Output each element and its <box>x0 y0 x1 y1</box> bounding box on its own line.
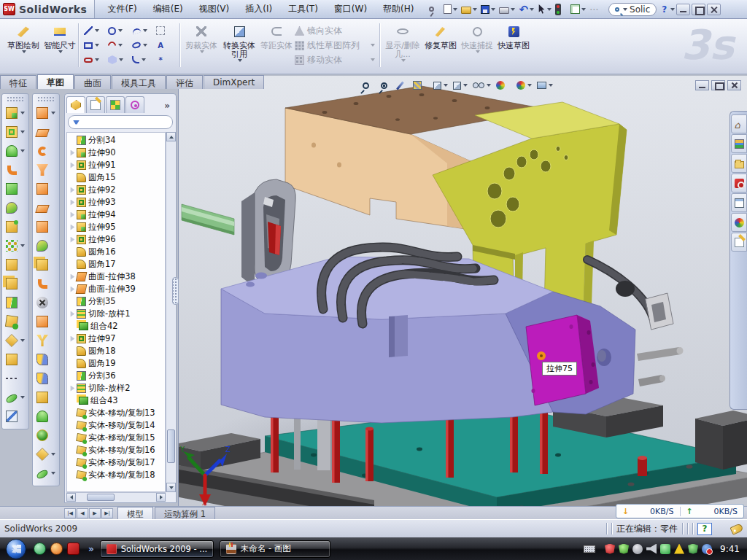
task-pane-tab[interactable] <box>731 213 747 232</box>
last-tab-button[interactable]: ▶| <box>101 508 113 518</box>
feature-tree-item[interactable]: 拉伸94 <box>69 209 165 221</box>
toolbar-button[interactable] <box>460 1 479 18</box>
dropdown-arrow-icon[interactable] <box>20 396 25 399</box>
toolbar-button[interactable] <box>2 160 28 179</box>
expand-arrow-icon[interactable] <box>69 163 75 168</box>
toolbar-button[interactable] <box>427 1 441 18</box>
dropdown-arrow-icon[interactable] <box>491 8 495 11</box>
sketch-entity-button[interactable] <box>130 28 154 34</box>
view-tool-button[interactable] <box>432 81 449 90</box>
toolbar-button[interactable] <box>2 217 28 236</box>
toolbar-button[interactable] <box>33 312 59 331</box>
menu-item[interactable]: 编辑(E) <box>145 3 191 15</box>
tag-icon[interactable] <box>729 523 743 535</box>
feature-tree-item[interactable]: 组合42 <box>69 320 165 332</box>
dropdown-arrow-icon[interactable] <box>463 84 468 87</box>
sketch-button[interactable]: 草图绘制 <box>6 22 41 69</box>
filter-box[interactable] <box>68 115 173 129</box>
expand-arrow-icon[interactable] <box>69 212 75 218</box>
expand-arrow-icon[interactable] <box>69 274 75 280</box>
toolbar-button[interactable] <box>33 236 59 255</box>
command-tab[interactable]: DimXpert <box>204 75 264 89</box>
view-tool-button[interactable] <box>535 81 554 90</box>
feature-tree-item[interactable]: 分割36 <box>69 370 165 382</box>
dropdown-arrow-icon[interactable] <box>118 29 123 32</box>
dropdown-arrow-icon[interactable] <box>51 472 55 475</box>
tree-horizontal-scrollbar[interactable] <box>66 492 166 502</box>
scrollbar-thumb[interactable] <box>87 494 115 501</box>
messenger-icon[interactable] <box>34 542 46 555</box>
dropdown-arrow-icon[interactable] <box>444 84 448 87</box>
view-tool-button[interactable] <box>471 82 492 89</box>
toolbar-button[interactable] <box>2 236 28 255</box>
sketch-entity-button[interactable] <box>106 27 130 35</box>
toolbar-button[interactable] <box>33 217 59 236</box>
toolbar-button[interactable]: ⋯ <box>588 1 605 18</box>
dropdown-arrow-icon[interactable] <box>453 8 457 11</box>
toolbar-button[interactable] <box>33 160 59 179</box>
command-tab[interactable]: 草图 <box>37 74 74 89</box>
guide-rods[interactable] <box>637 347 684 386</box>
toolbar-button[interactable] <box>2 274 28 293</box>
scroll-up-button[interactable] <box>166 132 176 141</box>
toolbar-button[interactable] <box>2 369 28 388</box>
feature-tree-item[interactable]: 曲面-拉伸39 <box>69 283 165 295</box>
scrollbar-thumb[interactable] <box>167 429 175 463</box>
display-delete-relations-button[interactable]: 显示/删除几... <box>384 22 422 69</box>
view-tool-button[interactable] <box>452 81 469 90</box>
toolbar-button[interactable] <box>2 407 28 426</box>
sketch-entity-button[interactable]: * <box>154 55 178 64</box>
search-box[interactable]: Solic <box>608 3 657 16</box>
sketch-entity-button[interactable] <box>130 56 154 63</box>
next-tab-button[interactable]: ▶ <box>89 508 101 518</box>
expand-arrow-icon[interactable] <box>69 200 75 206</box>
help-dropdown-icon[interactable] <box>670 8 675 11</box>
dropdown-arrow-icon[interactable] <box>473 8 477 11</box>
view-tool-button[interactable] <box>515 80 533 90</box>
feature-tree-item[interactable]: 拉伸92 <box>69 184 165 196</box>
task-pane-tab[interactable] <box>731 154 747 173</box>
quick-snaps-button[interactable]: 快速捕捉 <box>460 22 495 69</box>
feature-tree-item[interactable]: 实体-移动/复制17 <box>69 456 165 469</box>
sketch-entity-button[interactable] <box>130 42 154 48</box>
search-dropdown-icon[interactable] <box>623 8 627 11</box>
toolbar-button[interactable] <box>2 141 28 160</box>
dropdown-arrow-icon[interactable] <box>142 58 146 61</box>
dropdown-arrow-icon[interactable] <box>95 58 99 61</box>
start-button[interactable] <box>6 539 26 559</box>
toolbar-button[interactable] <box>2 388 28 407</box>
toolbar-button[interactable] <box>33 445 59 464</box>
update-gear-icon[interactable] <box>632 544 643 554</box>
toolbar-button[interactable] <box>33 369 59 388</box>
trim-entities-button[interactable]: 剪裁实体 <box>184 22 219 69</box>
sketch-entity-button[interactable] <box>106 55 130 64</box>
toolbar-button[interactable] <box>536 1 553 18</box>
clock[interactable]: 9:41 <box>720 544 740 554</box>
feature-tree-item[interactable]: 圆角16 <box>69 246 165 258</box>
feature-tree-item[interactable]: 圆角19 <box>69 357 165 370</box>
expand-arrow-icon[interactable] <box>69 287 75 292</box>
toolbar-button[interactable] <box>33 141 59 160</box>
menu-item[interactable]: 帮助(H) <box>375 3 422 15</box>
task-pane-tab[interactable] <box>731 174 747 192</box>
view-tool-button[interactable] <box>495 80 513 90</box>
toolbar-button[interactable] <box>33 179 59 198</box>
toolbar-button[interactable] <box>498 1 516 18</box>
dropdown-arrow-icon[interactable] <box>487 84 491 87</box>
mirror-entities-button[interactable]: 镜向实体 <box>295 23 375 38</box>
dropdown-arrow-icon[interactable] <box>581 8 586 11</box>
toolbar-button[interactable] <box>33 274 59 293</box>
smart-dimension-button[interactable]: 智能尺寸 <box>42 22 77 69</box>
offset-entities-button[interactable]: 等距实体 <box>260 22 293 69</box>
feature-tree-item[interactable]: 切除-放样1 <box>69 308 165 320</box>
toolbar-button[interactable] <box>33 388 59 407</box>
feature-tree-item[interactable]: 拉伸97 <box>69 332 165 345</box>
help-button[interactable]: ? <box>659 4 669 15</box>
doc-close-button[interactable] <box>727 80 741 90</box>
power-shield-icon[interactable] <box>619 544 629 554</box>
document-tab[interactable]: 运动算例 1 <box>155 507 215 519</box>
quick-launch-chevron[interactable]: » <box>88 544 94 554</box>
view-tool-button[interactable] <box>361 82 377 90</box>
expand-arrow-icon[interactable] <box>69 311 75 317</box>
sketch-entity-button[interactable] <box>82 42 106 49</box>
